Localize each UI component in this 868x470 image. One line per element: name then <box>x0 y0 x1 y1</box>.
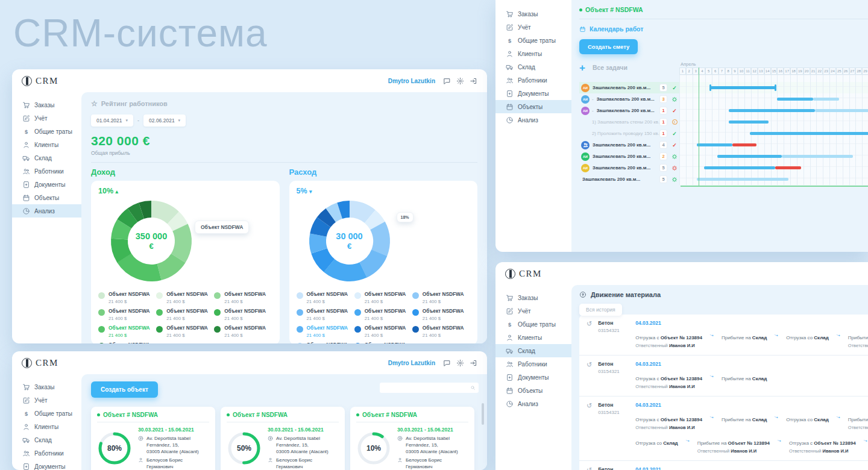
collapse-toggle-icon[interactable]: - <box>592 108 594 113</box>
gantt-bar[interactable] <box>697 178 788 181</box>
task-status-check-red[interactable]: ✓ <box>670 142 679 148</box>
sidebar-item-Учёт[interactable]: Учёт <box>495 20 571 34</box>
sidebar-item-Документы[interactable]: Документы <box>12 178 81 191</box>
logout-icon[interactable] <box>470 359 477 367</box>
sidebar-item-Объекты[interactable]: Объекты <box>12 191 81 204</box>
gantt-bar[interactable] <box>750 132 868 135</box>
sidebar-item-Анализ[interactable]: Анализ <box>495 113 571 127</box>
chat-icon[interactable] <box>443 359 451 367</box>
sidebar-item-Работники[interactable]: Работники <box>12 446 81 460</box>
legend-item[interactable]: Объект NSDFWA21 400 $ <box>412 325 470 338</box>
logout-icon[interactable] <box>470 77 477 85</box>
sidebar-item-Клиенты[interactable]: Клиенты <box>495 331 571 344</box>
task-status-check-green[interactable]: ✓ <box>670 85 679 91</box>
gantt-bar[interactable] <box>782 155 853 158</box>
sidebar-item-Анализ[interactable]: Анализ <box>12 204 81 218</box>
object-card[interactable]: Объект # NSDFWA 10%30.03.2021 - 15.06.20… <box>350 407 474 470</box>
sidebar-item-Клиенты[interactable]: Клиенты <box>495 47 571 60</box>
sidebar-item-Склад[interactable]: Склад <box>12 433 81 446</box>
chat-icon[interactable] <box>443 77 451 85</box>
task-status-spinner-green[interactable] <box>670 177 679 183</box>
sidebar-item-Документы[interactable]: Документы <box>495 87 571 100</box>
user-name[interactable]: Dmytro Lazutkin <box>388 78 435 84</box>
task-status-check-green[interactable]: ✓ <box>670 131 679 137</box>
task-row[interactable]: 2) Проложить проводку 150 кв.м1✓ <box>579 128 679 139</box>
sidebar-item-Склад[interactable]: Склад <box>495 60 571 74</box>
legend-item[interactable]: Объект NSDFWA21 400 $ <box>297 325 354 338</box>
task-row[interactable]: АИЗашпаклевать 200 кв.м...5 <box>579 162 679 174</box>
legend-item[interactable]: Объект NSDFWA21 400 $ <box>297 309 354 321</box>
gantt-bar[interactable] <box>717 155 782 158</box>
gantt-bar[interactable] <box>815 109 868 112</box>
task-row[interactable]: АИ-Зашпаклевать 200 кв.м...1✓ <box>579 105 679 116</box>
sidebar-item-Документы[interactable]: Документы <box>12 460 81 470</box>
legend-item[interactable]: Объект NSDFWA21 400 $ <box>156 309 214 321</box>
gantt-bar[interactable] <box>704 166 775 169</box>
sidebar-item-Общие траты[interactable]: $Общие траты <box>12 125 81 138</box>
legend-item[interactable]: Объект NSDFWA21 400 $ <box>297 292 354 304</box>
sidebar-item-Заказы[interactable]: Заказы <box>495 291 571 304</box>
gantt-bar[interactable] <box>697 143 732 146</box>
gantt-bar[interactable] <box>777 98 813 101</box>
task-row[interactable]: Зашпаклевать 200 кв.м...5 <box>579 174 679 185</box>
sidebar-item-Заказы[interactable]: Заказы <box>12 380 81 393</box>
task-row[interactable]: АИЗашпаклевать 200 кв.м...5✓ <box>579 82 679 93</box>
legend-item[interactable]: Объект NSDFWA21 400 $ <box>354 342 412 343</box>
user-name[interactable]: Dmytro Lazutkin <box>388 360 435 366</box>
scrollbar[interactable] <box>482 403 484 425</box>
task-row[interactable]: Зашпаклевать 200 кв.м...4✓ <box>579 139 679 151</box>
create-estimate-button[interactable]: Создать смету <box>579 39 638 54</box>
gantt-bar[interactable] <box>813 98 839 101</box>
work-calendar-link[interactable]: Календарь работ <box>579 25 868 33</box>
task-row[interactable]: АИЗашпаклевать 200 кв.м...2 <box>579 151 679 162</box>
legend-item[interactable]: Объект NSDFWA21 400 $ <box>412 292 470 304</box>
create-object-button[interactable]: Создать объект <box>91 381 158 398</box>
sidebar-item-Документы[interactable]: Документы <box>495 371 571 384</box>
task-status-spinner-green[interactable] <box>670 96 679 102</box>
task-status-spinner-red[interactable] <box>670 165 679 171</box>
sidebar-item-Общие траты[interactable]: $Общие траты <box>495 318 571 331</box>
object-card[interactable]: Объект # NSDFWA 50%30.03.2021 - 15.06.20… <box>221 407 345 470</box>
sidebar-item-Учёт[interactable]: Учёт <box>12 111 81 125</box>
legend-item[interactable]: Объект NSDFWA21 400 $ <box>98 325 156 338</box>
gantt-bar[interactable] <box>732 143 756 146</box>
sidebar-item-Склад[interactable]: Склад <box>12 151 81 164</box>
date-from-select[interactable]: 01.04.2021 ▾ <box>91 114 133 127</box>
rating-link[interactable]: ☆ Рейтинг работников <box>91 99 477 108</box>
legend-item[interactable]: Объект NSDFWA21 400 $ <box>354 292 412 304</box>
sidebar-item-Анализ[interactable]: Анализ <box>495 397 571 410</box>
task-status-check-red[interactable]: ✓ <box>670 108 679 114</box>
legend-item[interactable]: Объект NSDFWA21 400 $ <box>98 342 156 343</box>
sidebar-item-Объекты[interactable]: Объекты <box>495 100 571 113</box>
object-card[interactable]: Объект # NSDFWA 80%30.03.2021 - 15.06.20… <box>91 407 215 470</box>
legend-item[interactable]: Объект NSDFWA21 400 $ <box>214 309 272 321</box>
sidebar-item-Заказы[interactable]: Заказы <box>12 98 81 111</box>
legend-item[interactable]: Объект NSDFWA21 400 $ <box>214 292 272 304</box>
collapse-toggle-icon[interactable]: - <box>592 96 594 102</box>
legend-item[interactable]: Объект NSDFWA21 400 $ <box>156 325 214 338</box>
task-row[interactable]: АИ-Зашпаклевать 200 кв.м...3 <box>579 93 679 105</box>
gear-icon[interactable] <box>456 77 464 85</box>
search-input[interactable] <box>380 383 479 393</box>
sidebar-item-Работники[interactable]: Работники <box>12 164 81 178</box>
task-status-warn-orange[interactable]: ! <box>670 119 679 125</box>
sidebar-item-Объекты[interactable]: Объекты <box>495 384 571 397</box>
gantt-bar[interactable] <box>775 166 801 169</box>
legend-item[interactable]: Объект NSDFWA21 400 $ <box>156 292 214 304</box>
gantt-bar[interactable] <box>729 109 815 112</box>
add-task-button[interactable]: + <box>579 63 585 73</box>
legend-item[interactable]: Объект NSDFWA21 400 $ <box>214 325 272 338</box>
legend-item[interactable]: Объект NSDFWA21 400 $ <box>412 309 470 321</box>
gantt-bar[interactable] <box>729 121 769 124</box>
sidebar-item-Общие траты[interactable]: $Общие траты <box>12 407 81 420</box>
sidebar-item-Клиенты[interactable]: Клиенты <box>12 420 81 433</box>
sidebar-item-Учёт[interactable]: Учёт <box>12 393 81 407</box>
sidebar-item-Заказы[interactable]: Заказы <box>495 7 571 20</box>
legend-item[interactable]: Объект NSDFWA21 400 $ <box>98 292 156 304</box>
legend-item[interactable]: Объект NSDFWA21 400 $ <box>354 325 412 338</box>
legend-item[interactable]: Объект NSDFWA21 400 $ <box>297 342 354 343</box>
sidebar-item-Работники[interactable]: Работники <box>495 357 571 371</box>
legend-item[interactable]: Объект NSDFWA21 400 $ <box>354 309 412 321</box>
history-tab[interactable]: Вся история <box>579 304 622 316</box>
sidebar-item-Склад[interactable]: Склад <box>495 344 571 357</box>
